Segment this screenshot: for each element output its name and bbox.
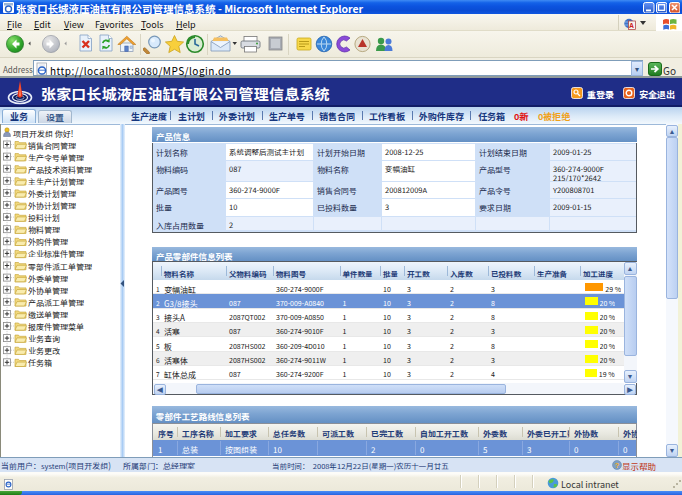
svg-text:?: ?: [615, 460, 620, 470]
svg-text:A: A: [628, 20, 634, 30]
